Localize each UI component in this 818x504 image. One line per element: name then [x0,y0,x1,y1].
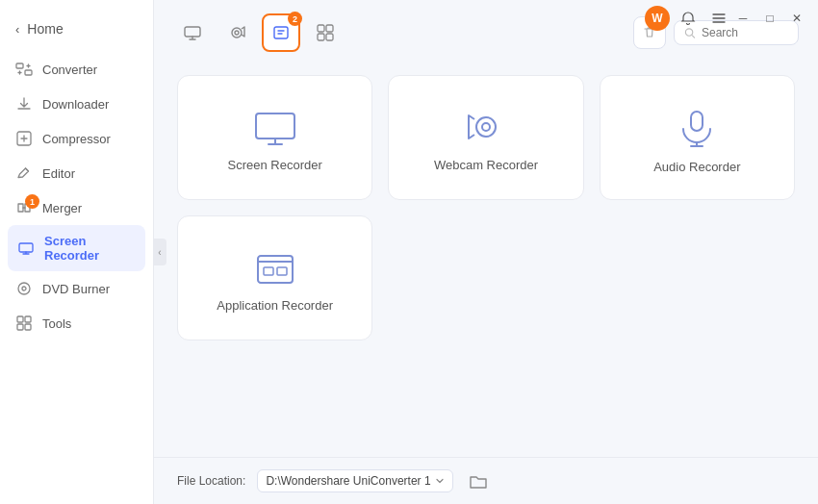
webcam-recorder-label: Webcam Recorder [434,158,538,172]
bottom-bar: File Location: D:\Wondershare UniConvert… [154,457,818,504]
avatar[interactable]: W [645,6,670,31]
application-recorder-label: Application Recorder [217,298,333,313]
tab-badge: 2 [288,12,302,26]
collapse-sidebar-button[interactable]: ‹ [153,239,166,265]
sidebar-item-label: Tools [42,316,71,331]
sidebar-item-label: Compressor [42,132,111,146]
screen-recorder-card-icon [254,112,296,146]
tab-screen-recorder[interactable] [173,13,212,52]
chevron-left-icon: ‹ [15,22,19,37]
svg-rect-8 [17,324,23,330]
svg-point-11 [232,28,242,38]
compressor-icon [15,130,33,147]
screen-recorder-icon [17,239,35,257]
toolbar-tabs: 2 [173,13,345,52]
sidebar-item-tools[interactable]: Tools [0,306,153,340]
svg-rect-10 [185,27,200,37]
card-application-recorder[interactable]: Application Recorder [177,215,372,340]
svg-rect-16 [318,34,324,40]
downloader-icon [15,95,33,113]
application-recorder-card-icon [254,252,296,287]
file-location-label: File Location: [177,474,245,488]
svg-rect-19 [256,113,294,139]
sidebar-item-downloader[interactable]: Downloader [0,87,153,121]
svg-rect-1 [25,70,32,75]
sidebar-item-label: DVD Burner [42,282,110,296]
audio-recorder-label: Audio Recorder [653,160,740,174]
tab-webcam-recorder[interactable] [217,13,256,52]
sidebar-item-merger[interactable]: Merger 1 [0,190,153,225]
converter-icon [15,61,33,78]
dropdown-icon [435,476,445,486]
tools-icon [15,315,33,332]
editor-icon [15,164,33,182]
svg-rect-3 [19,243,33,252]
sidebar-item-dvd-burner[interactable]: DVD Burner [0,271,153,306]
sidebar-item-compressor[interactable]: Compressor [0,121,153,156]
minimize-button[interactable]: ─ [729,8,756,29]
sidebar-item-label: Merger [42,201,82,215]
svg-rect-24 [264,267,273,275]
svg-rect-0 [16,63,23,68]
webcam-recorder-card-icon [465,112,507,146]
svg-point-5 [22,287,26,290]
svg-rect-25 [277,267,287,275]
sidebar-item-label: Editor [42,166,75,181]
sidebar-item-label: Downloader [42,97,109,112]
svg-rect-17 [326,34,333,40]
top-right-icons: W [645,6,731,31]
close-button[interactable]: ✕ [783,8,810,29]
window-controls: ─ □ ✕ [729,0,818,29]
dvd-icon [15,280,33,297]
svg-point-4 [18,283,30,294]
svg-rect-22 [691,112,703,131]
svg-rect-14 [318,25,324,32]
card-audio-recorder[interactable]: Audio Recorder [600,75,795,200]
card-webcam-recorder[interactable]: Webcam Recorder [388,75,583,200]
sidebar-home[interactable]: ‹ Home [0,15,153,52]
svg-rect-13 [274,27,288,38]
notification-icon[interactable] [676,6,701,31]
svg-rect-9 [25,324,31,330]
sidebar-item-label: Converter [42,63,97,77]
svg-point-20 [476,117,496,137]
svg-rect-7 [25,316,31,322]
cards-area: Screen Recorder Webcam Recorder Audio Re… [154,60,818,457]
merger-badge: 1 [25,194,39,209]
audio-recorder-card-icon [676,110,718,148]
file-path-value: D:\Wondershare UniConverter 1 [266,474,430,488]
tab-all-recorders[interactable] [306,13,345,52]
file-location-select[interactable]: D:\Wondershare UniConverter 1 [257,469,452,492]
card-screen-recorder[interactable]: Screen Recorder [177,75,372,200]
svg-point-12 [235,31,239,35]
menu-icon[interactable] [706,6,731,31]
sidebar-item-label: Screen Recorder [44,234,136,263]
open-folder-button[interactable] [465,467,492,494]
sidebar-item-editor[interactable]: Editor [0,156,153,190]
tab-app-recorder[interactable]: 2 [262,13,300,52]
screen-recorder-label: Screen Recorder [228,158,322,172]
maximize-button[interactable]: □ [756,8,783,29]
svg-rect-6 [17,316,23,322]
sidebar-item-converter[interactable]: Converter [0,52,153,87]
svg-point-21 [482,123,490,131]
main-content: W ─ □ ✕ 2 [154,0,818,504]
sidebar-home-label: Home [27,21,63,37]
svg-rect-15 [326,25,333,32]
sidebar: ‹ Home Converter Downloader Compressor E… [0,0,154,504]
sidebar-item-screen-recorder[interactable]: Screen Recorder [8,225,145,271]
